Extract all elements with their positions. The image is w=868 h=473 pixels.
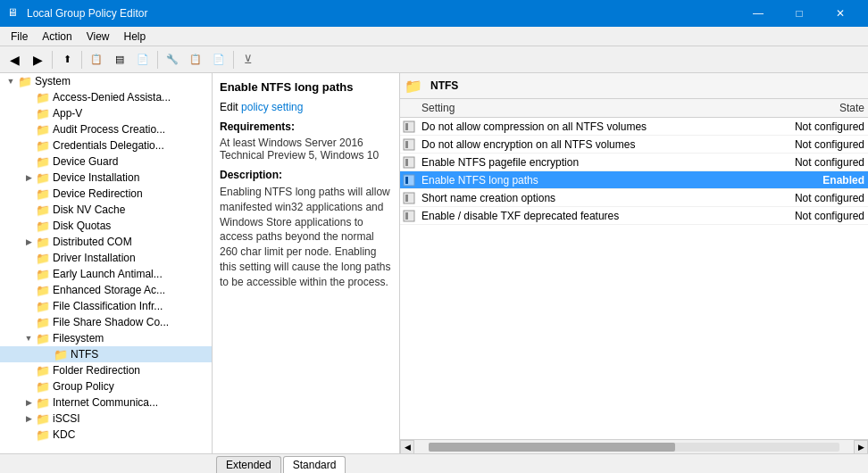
row-policy-icon-5 — [400, 207, 418, 225]
tree-label-device-redirection: Device Redirection — [53, 187, 143, 200]
tree-item-filesystem[interactable]: ▼ 📁 Filesystem — [0, 330, 212, 346]
row-policy-icon-4 — [400, 189, 418, 207]
window-title: Local Group Policy Editor — [27, 7, 738, 20]
tree-item-access-denied[interactable]: ▶ 📁 Access-Denied Assista... — [0, 89, 212, 105]
toolbar-paste[interactable]: 📄 — [208, 49, 230, 71]
window-controls: — □ ✕ — [738, 0, 861, 27]
row-policy-icon-1 — [400, 136, 418, 154]
tree-item-appv[interactable]: ▶ 📁 App-V — [0, 105, 212, 121]
row-state-2: Not configured — [761, 154, 868, 170]
tree-label-group-policy: Group Policy — [53, 380, 114, 393]
tree-item-early-launch[interactable]: ▶ 📁 Early Launch Antimal... — [0, 266, 212, 282]
desc-edit-link[interactable]: policy setting — [241, 101, 303, 113]
folder-icon-system: 📁 — [18, 75, 32, 88]
svg-rect-1 — [405, 123, 408, 130]
tree-item-distributed-com[interactable]: ▶ 📁 Distributed COM — [0, 234, 212, 250]
toolbar-settings[interactable]: 🔧 — [162, 49, 183, 71]
tree-item-device-redirection[interactable]: ▶ 📁 Device Redirection — [0, 186, 212, 202]
col-header-state[interactable]: State — [761, 99, 868, 117]
tree-item-iscsi[interactable]: ▶ 📁 iSCSI — [0, 411, 212, 427]
menu-bar: File Action View Help — [0, 27, 868, 46]
folder-icon-internet-communication: 📁 — [36, 396, 50, 410]
menu-action[interactable]: Action — [35, 27, 79, 46]
tree-item-file-share-shadow[interactable]: ▶ 📁 File Share Shadow Co... — [0, 314, 212, 330]
toolbar: ◀ ▶ ⬆ 📋 ▤ 📄 🔧 📋 📄 ⊻ — [0, 46, 868, 73]
tree-item-system[interactable]: ▼ 📁 System — [0, 73, 212, 89]
tree-item-disk-nv[interactable]: ▶ 📁 Disk NV Cache — [0, 202, 212, 218]
col-header-setting[interactable]: Setting — [418, 99, 761, 117]
tree-item-internet-communication[interactable]: ▶ 📁 Internet Communica... — [0, 394, 212, 411]
toolbar-separator-3 — [157, 51, 158, 69]
tree-item-enhanced-storage[interactable]: ▶ 📁 Enhanced Storage Ac... — [0, 282, 212, 298]
folder-icon-kdc: 📁 — [36, 428, 50, 442]
close-button[interactable]: ✕ — [820, 0, 861, 27]
bottom-area: Extended Standard — [0, 453, 868, 473]
toolbar-copy[interactable]: 📋 — [185, 49, 206, 71]
folder-icon-audit: 📁 — [36, 123, 50, 137]
tree-label-early-launch: Early Launch Antimal... — [53, 268, 163, 280]
tree-item-driver-installation[interactable]: ▶ 📁 Driver Installation — [0, 250, 212, 266]
tree-item-disk-quotas[interactable]: ▶ 📁 Disk Quotas — [0, 218, 212, 234]
row-state-1: Not configured — [761, 137, 868, 153]
tree-item-device-guard[interactable]: ▶ 📁 Device Guard — [0, 154, 212, 170]
toolbar-filter[interactable]: ⊻ — [238, 49, 259, 71]
table-row[interactable]: Do not allow encryption on all NTFS volu… — [400, 136, 868, 154]
toolbar-up[interactable]: ⬆ — [56, 49, 78, 71]
scrollbar-track — [429, 443, 839, 452]
tree-item-folder-redirection[interactable]: ▶ 📁 Folder Redirection — [0, 362, 212, 378]
scrollbar-thumb[interactable] — [429, 443, 675, 452]
tab-standard[interactable]: Standard — [283, 456, 346, 473]
table-row[interactable]: Short name creation options Not configur… — [400, 189, 868, 207]
toolbar-back[interactable]: ◀ — [4, 49, 25, 71]
tree-item-audit[interactable]: ▶ 📁 Audit Process Creatio... — [0, 121, 212, 137]
app-icon: 🖥 — [7, 6, 21, 21]
toolbar-forward[interactable]: ▶ — [27, 49, 48, 71]
table-row[interactable]: Enable NTFS long paths Enabled — [400, 171, 868, 189]
row-state-0: Not configured — [761, 119, 868, 135]
menu-help[interactable]: Help — [117, 27, 154, 46]
toolbar-view[interactable]: ▤ — [109, 49, 130, 71]
svg-rect-10 — [404, 211, 414, 221]
tree-label-folder-redirection: Folder Redirection — [53, 364, 140, 377]
tree-item-kdc[interactable]: ▶ 📁 KDC — [0, 427, 212, 443]
svg-rect-5 — [405, 159, 408, 166]
tree-label-credentials: Credentials Delegatio... — [53, 139, 164, 152]
tree-label-kdc: KDC — [53, 428, 75, 441]
maximize-button[interactable]: □ — [779, 0, 820, 27]
folder-icon-file-share-shadow: 📁 — [36, 316, 50, 329]
folder-icon-driver-installation: 📁 — [36, 252, 50, 265]
table-row[interactable]: Enable NTFS pagefile encryption Not conf… — [400, 154, 868, 171]
folder-icon-disk-nv: 📁 — [36, 203, 50, 217]
toolbar-export[interactable]: 📄 — [132, 49, 154, 71]
tree-item-device-installation[interactable]: ▶ 📁 Device Installation — [0, 170, 212, 186]
expander-distributed-com: ▶ — [21, 235, 36, 249]
settings-folder-label: NTFS — [427, 73, 462, 98]
table-row[interactable]: Enable / disable TXF deprecated features… — [400, 207, 868, 225]
tree-item-ntfs[interactable]: ▶ 📁 NTFS — [0, 346, 212, 362]
col-icon-spacer — [400, 99, 418, 117]
expander-system: ▼ — [4, 74, 18, 88]
expander-internet-communication: ▶ — [21, 395, 36, 410]
row-setting-3: Enable NTFS long paths — [418, 172, 761, 188]
toolbar-show-hide[interactable]: 📋 — [86, 49, 107, 71]
settings-folder-icon: 📁 — [404, 76, 423, 95]
menu-view[interactable]: View — [79, 27, 117, 46]
table-row[interactable]: Do not allow compression on all NTFS vol… — [400, 118, 868, 136]
menu-file[interactable]: File — [4, 27, 35, 46]
svg-rect-3 — [405, 141, 408, 148]
tree-label-audit: Audit Process Creatio... — [53, 123, 165, 136]
tree-label-file-share-shadow: File Share Shadow Co... — [53, 316, 169, 328]
folder-icon-early-launch: 📁 — [36, 268, 50, 281]
tree-item-file-classification[interactable]: ▶ 📁 File Classification Infr... — [0, 298, 212, 314]
horizontal-scrollbar[interactable]: ◀ ▶ — [400, 439, 868, 453]
scroll-right-button[interactable]: ▶ — [854, 440, 868, 454]
row-policy-icon-0 — [400, 118, 418, 136]
scroll-left-button[interactable]: ◀ — [400, 440, 414, 454]
tab-extended[interactable]: Extended — [216, 456, 281, 473]
settings-column-headers: Setting State — [400, 99, 868, 118]
minimize-button[interactable]: — — [738, 0, 779, 27]
folder-icon-device-guard: 📁 — [36, 155, 50, 169]
tree-item-group-policy[interactable]: ▶ 📁 Group Policy — [0, 378, 212, 394]
tree-item-credentials[interactable]: ▶ 📁 Credentials Delegatio... — [0, 137, 212, 154]
svg-rect-11 — [405, 212, 408, 220]
